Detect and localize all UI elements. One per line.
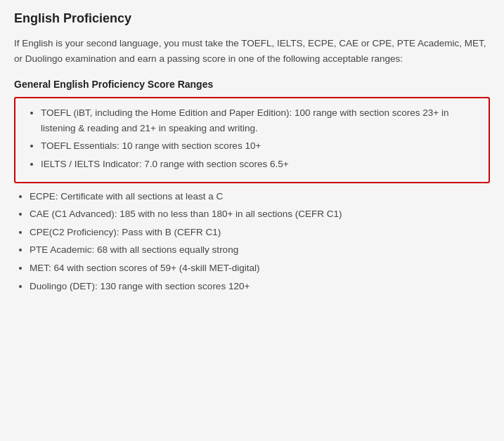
highlighted-score-list: TOEFL (iBT, including the Home Edition a… — [25, 105, 479, 171]
list-item: MET: 64 with section scores of 59+ (4-sk… — [30, 261, 490, 276]
list-item: PTE Academic: 68 with all sections equal… — [30, 242, 490, 258]
list-item: CPE(C2 Proficiency): Pass with B (CEFR C… — [30, 225, 490, 240]
section-heading: General English Proficiency Score Ranges — [14, 79, 490, 90]
intro-paragraph: If English is your second language, you … — [14, 36, 490, 66]
list-item: IELTS / IELTS Indicator: 7.0 range with … — [41, 157, 479, 172]
highlighted-scores-box: TOEFL (iBT, including the Home Edition a… — [14, 97, 490, 183]
list-item: Duolingo (DET): 130 range with section s… — [30, 279, 490, 294]
list-item: TOEFL (iBT, including the Home Edition a… — [41, 105, 479, 136]
list-item: TOEFL Essentials: 10 range with section … — [41, 138, 479, 154]
remaining-score-list: ECPE: Certificate with all sections at l… — [14, 189, 490, 294]
list-item: CAE (C1 Advanced): 185 with no less than… — [30, 206, 490, 222]
list-item: ECPE: Certificate with all sections at l… — [30, 189, 490, 204]
page-title: English Proficiency — [14, 11, 490, 26]
